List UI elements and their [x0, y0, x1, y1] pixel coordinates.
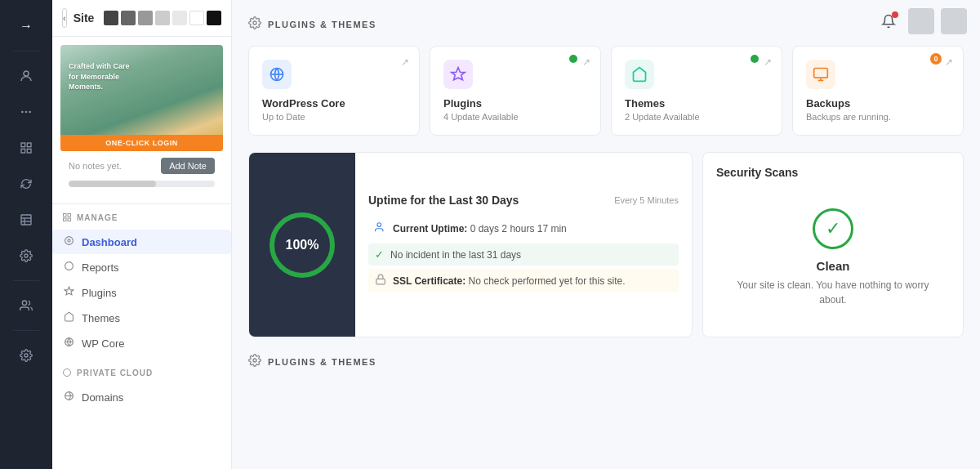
cards-row: ↗ WordPress Core Up to Date ↗ Plugins 4 …	[248, 46, 964, 136]
site-thumbnail-area: Crafted with Care for Memorable Moments.…	[52, 37, 231, 204]
refresh-icon[interactable]	[10, 168, 42, 200]
main-content: PLUGINS & THEMES ↗ WordPress Core Up to …	[232, 0, 980, 469]
uptime-row-3: SSL Certificate: No check performed yet …	[368, 269, 679, 293]
security-title: Security Scans	[716, 166, 950, 179]
plugins-themes-header-1: PLUGINS & THEMES	[248, 16, 964, 33]
clean-description: Your site is clean. You have nothing to …	[724, 278, 942, 307]
card-plugins-arrow: ↗	[582, 56, 590, 68]
sidebar-item-dashboard[interactable]: Dashboard	[52, 230, 231, 254]
svg-rect-18	[68, 218, 71, 221]
svg-point-27	[253, 21, 256, 25]
note-row: No notes yet. Add Note	[60, 151, 223, 181]
card-themes-title: Themes	[625, 97, 768, 109]
settings-icon[interactable]	[10, 339, 42, 372]
thumbnail-overlay[interactable]: ONE-CLICK LOGIN	[60, 135, 223, 151]
svg-rect-34	[376, 279, 385, 284]
card-wpcore-subtitle: Up to Date	[262, 112, 406, 122]
card-backups-arrow: ↗	[945, 56, 953, 68]
swatch-white[interactable]	[189, 11, 204, 25]
wpcore-icon	[62, 337, 75, 350]
svg-rect-7	[27, 149, 31, 153]
sidebar-item-reports[interactable]: Reports	[52, 255, 231, 279]
security-card: Security Scans ✓ Clean Your site is clea…	[702, 152, 964, 337]
sidebar-item-plugins[interactable]: Plugins	[52, 280, 231, 305]
svg-point-35	[253, 359, 256, 362]
svg-rect-30	[814, 69, 828, 78]
plugins-themes-title-2: PLUGINS & THEMES	[268, 357, 376, 367]
uptime-row-3-icon	[375, 274, 386, 288]
svg-point-0	[24, 71, 29, 76]
swatch-light[interactable]	[155, 11, 170, 25]
gear-icon[interactable]	[10, 239, 42, 272]
progress-fill	[69, 181, 156, 187]
user-circle-icon[interactable]	[10, 60, 42, 92]
collapse-icon[interactable]: →	[10, 10, 42, 42]
card-plugins-badge	[569, 55, 577, 63]
card-wpcore: ↗ WordPress Core Up to Date	[248, 46, 420, 136]
swatch-lighter[interactable]	[172, 11, 187, 25]
card-themes-badge	[751, 55, 759, 63]
uptime-info: Uptime for the Last 30 Days Every 5 Minu…	[355, 181, 692, 309]
users-icon[interactable]	[10, 289, 42, 322]
plugins-themes-header-2: PLUGINS & THEMES	[248, 354, 964, 370]
uptime-row-2: ✓ No incident in the last 31 days	[368, 243, 679, 266]
table-icon[interactable]	[10, 203, 42, 236]
progress-bar-area	[60, 181, 223, 195]
dots-icon-1[interactable]	[10, 96, 42, 128]
swatch-dark1[interactable]	[104, 11, 118, 25]
private-cloud-nav: Domains	[52, 381, 231, 413]
svg-rect-4	[21, 143, 25, 147]
notification-button[interactable]	[875, 8, 902, 34]
uptime-title: Uptime for the Last 30 Days	[368, 194, 519, 207]
plugins-themes-icon-1	[248, 16, 261, 33]
uptime-circle-area: 100%	[249, 153, 355, 337]
divider-3	[13, 330, 39, 331]
color-swatches	[104, 11, 221, 25]
uptime-row-2-icon: ✓	[375, 248, 384, 261]
far-left-sidebar: →	[0, 0, 52, 469]
private-cloud-title: PRIVATE CLOUD	[62, 368, 221, 377]
uptime-circle: 100%	[270, 212, 335, 278]
card-backups-subtitle: Backups are running.	[806, 112, 950, 122]
plugins-themes-title-1: PLUGINS & THEMES	[268, 20, 376, 29]
divider-1	[13, 51, 39, 51]
progress-track	[69, 181, 215, 187]
uptime-header: Uptime for the Last 30 Days Every 5 Minu…	[368, 194, 679, 207]
top-right-actions	[875, 8, 967, 34]
card-backups-title: Backups	[806, 97, 950, 109]
swatch-dark2[interactable]	[121, 11, 136, 25]
svg-point-1	[21, 111, 24, 114]
plugins-card-icon	[443, 60, 473, 89]
swatch-darkest[interactable]	[207, 11, 221, 25]
avatar-1	[908, 8, 934, 34]
clean-check-icon: ✓	[813, 208, 853, 249]
card-themes: ↗ Themes 2 Update Available	[611, 46, 782, 136]
backups-card-icon	[806, 60, 835, 89]
sidebar-item-themes[interactable]: Themes	[52, 306, 231, 330]
sidebar-item-wpcore[interactable]: WP Core	[52, 331, 231, 355]
uptime-row-1: Current Uptime: 0 days 2 hours 17 min	[368, 217, 679, 240]
sidebar-item-domains[interactable]: Domains	[52, 385, 231, 409]
svg-point-19	[65, 237, 73, 245]
card-plugins-subtitle: 4 Update Available	[443, 112, 587, 122]
back-button[interactable]: ‹	[62, 8, 67, 28]
wpcore-card-icon	[262, 60, 292, 89]
notification-dot	[892, 11, 898, 18]
svg-rect-16	[68, 214, 71, 217]
grid-icon[interactable]	[10, 132, 42, 164]
themes-card-icon	[625, 60, 654, 89]
divider-2	[13, 280, 39, 281]
add-note-button[interactable]: Add Note	[161, 158, 215, 174]
svg-rect-5	[27, 143, 31, 147]
private-cloud-section: PRIVATE CLOUD	[52, 360, 231, 381]
card-wpcore-arrow: ↗	[401, 56, 409, 68]
svg-point-24	[64, 369, 71, 377]
dashboard-icon	[62, 235, 75, 248]
card-backups: ↗ 0 Backups Backups are running.	[792, 46, 964, 136]
uptime-interval: Every 5 Minutes	[614, 195, 679, 205]
thumbnail-image: Crafted with Care for Memorable Moments.…	[60, 45, 223, 151]
plugins-themes-icon-2	[248, 354, 261, 370]
swatch-gray[interactable]	[138, 11, 153, 25]
card-themes-arrow: ↗	[764, 56, 772, 68]
themes-icon	[62, 311, 75, 324]
